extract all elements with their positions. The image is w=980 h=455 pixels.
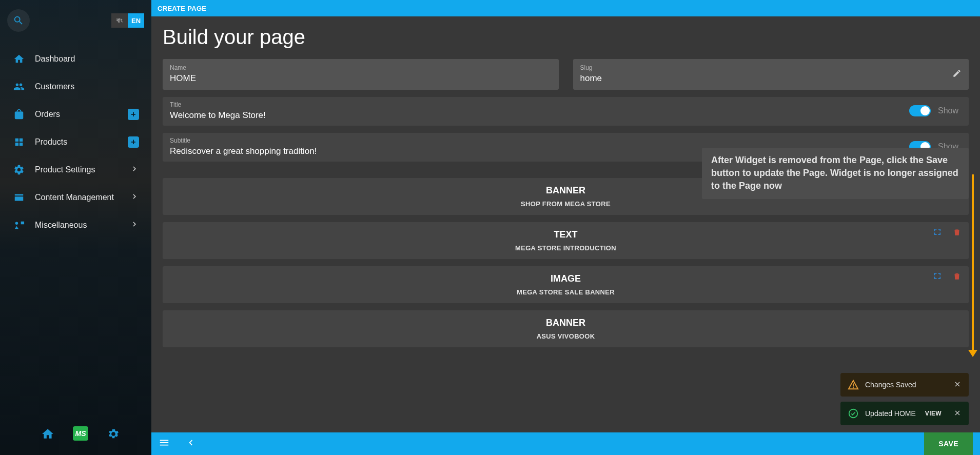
sidebar-item-miscellaneous[interactable]: Miscellaneous: [0, 211, 151, 239]
widget-type: BANNER: [173, 318, 958, 328]
home-icon: [12, 52, 26, 66]
topbar-title: CREATE PAGE: [158, 5, 206, 12]
shapes-icon: [12, 219, 26, 232]
page-heading: Build your page: [163, 26, 969, 49]
sidebar-item-products[interactable]: Products +: [0, 128, 151, 156]
widget-item[interactable]: IMAGE MEGA STORE SALE BANNER: [163, 266, 969, 303]
widget-type: IMAGE: [173, 273, 958, 284]
widget-item[interactable]: BANNER ASUS VIVOBOOK: [163, 310, 969, 347]
title-show-toggle[interactable]: [909, 105, 931, 116]
close-toast-button[interactable]: [953, 409, 962, 419]
name-label: Name: [170, 64, 552, 71]
tooltip-arrow-line: [972, 174, 974, 352]
lang-bn-button[interactable]: বাং: [111, 13, 128, 28]
edit-slug-button[interactable]: [952, 69, 962, 80]
sidebar-item-product-settings[interactable]: Product Settings: [0, 156, 151, 184]
expand-widget-button[interactable]: [933, 227, 942, 239]
svg-point-1: [849, 409, 858, 418]
lang-en-button[interactable]: EN: [128, 13, 144, 28]
toast-view-link[interactable]: VIEW: [925, 410, 942, 417]
sidebar-item-label: Customers: [35, 82, 74, 91]
check-circle-icon: [848, 408, 859, 419]
blocks-icon: [12, 135, 26, 149]
bag-icon: [12, 108, 26, 121]
title-show-label: Show: [938, 106, 958, 115]
topbar: CREATE PAGE: [151, 0, 980, 16]
toast-text: Changes Saved: [865, 381, 916, 389]
slug-field[interactable]: Slug home: [573, 59, 969, 90]
search-icon: [13, 15, 24, 26]
warning-icon: [848, 379, 859, 390]
toast-text: Updated HOME: [865, 409, 916, 418]
add-product-button[interactable]: +: [128, 136, 139, 148]
chevron-right-icon: [130, 164, 139, 175]
add-order-button[interactable]: +: [128, 109, 139, 120]
bottombar: SAVE: [151, 432, 980, 455]
title-row: Title Welcome to Mega Store! Show: [163, 97, 969, 126]
page-icon: [12, 191, 26, 204]
widget-name: ASUS VIVOBOOK: [173, 332, 958, 340]
toast-updated: Updated HOME VIEW: [840, 402, 969, 425]
expand-widget-button[interactable]: [933, 271, 942, 283]
footer-settings-button[interactable]: [106, 426, 121, 442]
gear-icon: [12, 163, 26, 176]
people-icon: [12, 80, 26, 93]
widget-name: MEGA STORE INTRODUCTION: [173, 244, 958, 252]
sidebar-item-label: Product Settings: [35, 165, 95, 174]
delete-widget-button[interactable]: [952, 271, 962, 283]
sidebar-item-label: Dashboard: [35, 54, 75, 64]
help-tooltip: After Widget is removed from the Page, c…: [702, 148, 969, 199]
title-value[interactable]: Welcome to Mega Store!: [170, 110, 909, 121]
footer-store-chip[interactable]: MS: [73, 426, 88, 441]
sidebar-item-label: Orders: [35, 110, 60, 119]
svg-point-0: [15, 222, 18, 225]
close-toast-button[interactable]: [953, 380, 962, 390]
sidebar-item-label: Miscellaneous: [35, 221, 87, 230]
toast-changes-saved: Changes Saved: [840, 373, 969, 397]
sidebar-item-orders[interactable]: Orders +: [0, 101, 151, 128]
slug-label: Slug: [580, 64, 962, 71]
sidebar-item-dashboard[interactable]: Dashboard: [0, 45, 151, 73]
name-field[interactable]: Name HOME: [163, 59, 559, 90]
chevron-right-icon: [130, 192, 139, 203]
subtitle-label: Subtitle: [170, 137, 909, 144]
sidebar-item-customers[interactable]: Customers: [0, 73, 151, 101]
sidebar: বাং EN Dashboard Customers Orders +: [0, 0, 151, 455]
tooltip-arrow-head: [968, 350, 977, 357]
widget-name: SHOP FROM MEGA STORE: [173, 200, 958, 208]
chevron-right-icon: [130, 220, 139, 231]
back-button[interactable]: [185, 437, 197, 450]
delete-widget-button[interactable]: [952, 227, 962, 239]
search-button[interactable]: [7, 9, 30, 32]
title-label: Title: [170, 101, 909, 108]
name-value: HOME: [170, 73, 552, 84]
sidebar-item-content-management[interactable]: Content Management: [0, 184, 151, 211]
sidebar-item-label: Content Management: [35, 193, 114, 202]
widget-item[interactable]: TEXT MEGA STORE INTRODUCTION: [163, 222, 969, 259]
save-button[interactable]: SAVE: [924, 432, 973, 455]
widget-name: MEGA STORE SALE BANNER: [173, 288, 958, 296]
slug-value: home: [580, 73, 962, 84]
menu-button[interactable]: [159, 437, 170, 450]
widget-type: TEXT: [173, 229, 958, 240]
footer-home-button[interactable]: [40, 426, 55, 442]
sidebar-item-label: Products: [35, 137, 67, 147]
